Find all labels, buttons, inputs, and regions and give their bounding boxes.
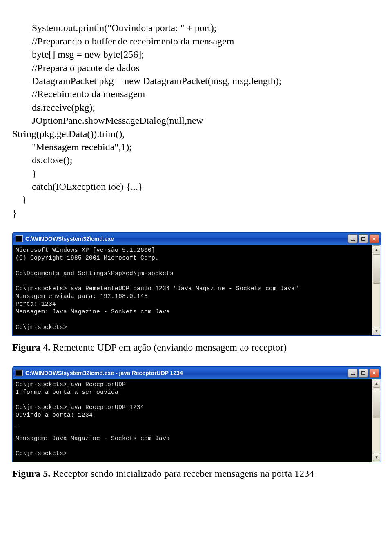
scroll-thumb[interactable] <box>373 389 380 418</box>
close-button[interactable]: × <box>369 369 379 378</box>
scroll-thumb[interactable] <box>373 254 380 284</box>
scroll-track[interactable] <box>373 284 380 326</box>
minimize-button[interactable] <box>348 234 358 243</box>
code-line: JOptionPane.showMessageDialog(null,new <box>12 115 203 126</box>
term-line: Mensagem: Java Magazine - Sockets com Ja… <box>16 435 170 442</box>
maximize-icon <box>361 371 365 375</box>
code-line: //Recebimento da mensagem <box>12 89 145 99</box>
term-line: C:\jm-sockets>java ReceptorUDP 1234 <box>16 404 144 411</box>
vertical-scrollbar[interactable]: ▲ ▼ <box>372 379 381 462</box>
caption-label: Figura 5. <box>12 468 50 479</box>
terminal-wrap: Microsoft Windows XP [versão 5.1.2600] (… <box>13 245 381 335</box>
code-block: System.out.println("Ouvindo a porta: " +… <box>12 8 380 220</box>
cmd-window-receptor: C:\WINDOWS\system32\cmd.exe - java Recep… <box>12 366 381 462</box>
term-line: C:\jm-sockets>java RemetenteUDP paulo 12… <box>16 285 298 292</box>
code-line: } <box>12 208 17 218</box>
figure-4-caption: Figura 4. Remetente UDP em ação (enviand… <box>12 341 380 354</box>
scroll-down-button[interactable]: ▼ <box>373 453 380 461</box>
term-line: _ <box>16 420 19 426</box>
scroll-up-button[interactable]: ▲ <box>373 245 380 253</box>
code-line: ds.close(); <box>12 155 72 165</box>
scroll-track[interactable] <box>373 418 380 453</box>
titlebar-buttons: × <box>348 234 379 243</box>
figure-5-caption: Figura 5. Receptor sendo inicializado pa… <box>12 467 380 480</box>
term-line: C:\Documents and Settings\Psp>cd\jm-sock… <box>16 270 174 277</box>
code-line: DatagramPacket pkg = new DatagramPacket(… <box>12 76 281 86</box>
window-titlebar[interactable]: C:\WINDOWS\system32\cmd.exe - java Recep… <box>13 367 381 379</box>
code-line: String(pkg.getData()).trim(), <box>12 129 125 139</box>
code-line: //Preparando o buffer de recebimento da … <box>12 36 234 47</box>
code-line: System.out.println("Ouvindo a porta: " +… <box>12 22 216 33</box>
term-line: Ouvindo a porta: 1234 <box>16 412 93 418</box>
term-line: Mensagem enviada para: 192.168.0.148 <box>16 293 148 300</box>
cmd-icon <box>16 235 23 242</box>
term-line: Porta: 1234 <box>16 301 56 307</box>
maximize-button[interactable] <box>359 369 368 378</box>
minimize-button[interactable] <box>348 369 358 378</box>
code-line: byte[] msg = new byte[256]; <box>12 49 144 60</box>
titlebar-buttons: × <box>348 369 379 378</box>
scroll-down-button[interactable]: ▼ <box>373 327 380 335</box>
caption-label: Figura 4. <box>12 342 50 353</box>
window-title: C:\WINDOWS\system32\cmd.exe <box>25 235 348 242</box>
cmd-icon <box>16 370 23 376</box>
cmd-window-remetente: C:\WINDOWS\system32\cmd.exe × Microsoft … <box>12 232 381 336</box>
code-line: } <box>12 168 37 179</box>
window-titlebar[interactable]: C:\WINDOWS\system32\cmd.exe × <box>13 233 381 245</box>
code-line: //Prepara o pacote de dados <box>12 62 140 73</box>
code-line: } <box>12 194 27 205</box>
terminal-wrap: C:\jm-sockets>java ReceptorUDP Informe a… <box>13 379 381 462</box>
minimize-icon <box>351 240 355 241</box>
caption-text: Receptor sendo inicializado para receber… <box>50 468 314 479</box>
maximize-button[interactable] <box>359 234 368 243</box>
code-line: ds.receive(pkg); <box>12 102 95 113</box>
term-line: C:\jm-sockets> <box>16 450 67 457</box>
code-line: catch(IOException ioe) {...} <box>12 181 143 192</box>
vertical-scrollbar[interactable]: ▲ ▼ <box>372 245 381 335</box>
terminal-output[interactable]: Microsoft Windows XP [versão 5.1.2600] (… <box>13 245 372 335</box>
code-line: "Mensagem recebida",1); <box>12 142 132 152</box>
terminal-output[interactable]: C:\jm-sockets>java ReceptorUDP Informe a… <box>13 379 372 462</box>
minimize-icon <box>351 374 355 375</box>
term-line: Informe a porta a ser ouvida <box>16 389 118 395</box>
maximize-icon <box>361 237 365 241</box>
caption-text: Remetente UDP em ação (enviando mensagem… <box>50 342 287 353</box>
term-line: (C) Copyright 1985-2001 Microsoft Corp. <box>16 255 159 261</box>
window-title: C:\WINDOWS\system32\cmd.exe - java Recep… <box>25 370 348 376</box>
term-line: C:\jm-sockets>java ReceptorUDP <box>16 381 126 388</box>
term-line: C:\jm-sockets> <box>16 324 67 331</box>
term-line: Mensagem: Java Magazine - Sockets com Ja… <box>16 309 170 315</box>
close-button[interactable]: × <box>369 234 379 243</box>
scroll-up-button[interactable]: ▲ <box>373 380 380 388</box>
term-line: Microsoft Windows XP [versão 5.1.2600] <box>16 247 155 253</box>
